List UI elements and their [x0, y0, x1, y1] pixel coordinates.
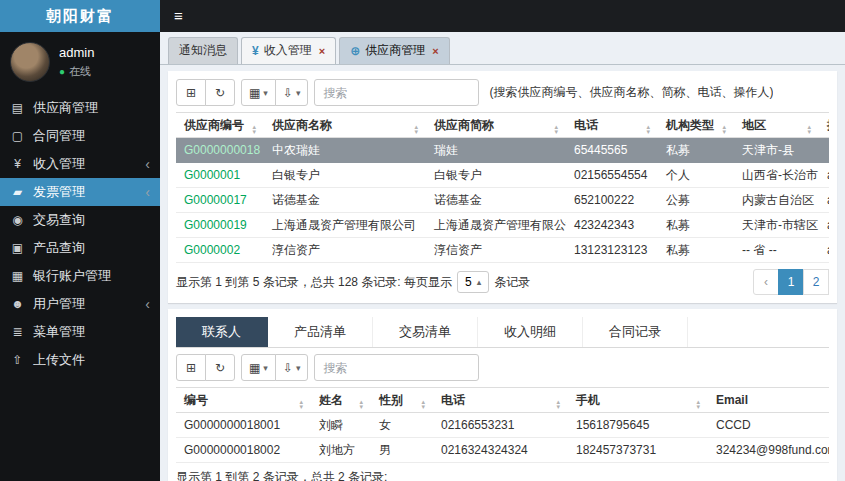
page-size-select[interactable]: 5 ▴ — [457, 271, 489, 293]
close-tab-icon[interactable]: × — [432, 45, 438, 57]
tab-income-management[interactable]: ¥收入管理× — [241, 37, 336, 64]
pagination-info: 显示第 1 到第 5 条记录，总共 128 条记录: 每页显示 5 ▴ 条记录 — [176, 271, 530, 293]
sidebar-item-upload-file[interactable]: ⇧上传文件 — [0, 346, 160, 374]
column-header[interactable]: 机构类型▴▾ — [658, 113, 734, 138]
column-header[interactable]: 编号▴▾ — [176, 388, 311, 413]
table-cell: CCCD — [708, 413, 829, 438]
supplier-search-input[interactable] — [314, 79, 479, 106]
column-header[interactable]: 姓名▴▾ — [311, 388, 371, 413]
columns-button[interactable]: ▦▾ — [241, 79, 276, 106]
sidebar-item-label: 供应商管理 — [33, 99, 98, 117]
table-cell: 324234@998fund.com — [708, 438, 829, 463]
sidebar-item-label: 合同管理 — [33, 127, 85, 145]
column-header[interactable]: 手机▴▾ — [568, 388, 708, 413]
user-icon: ☻ — [10, 297, 25, 311]
tab-notifications[interactable]: 通知消息 — [168, 37, 238, 64]
sidebar-item-user-management[interactable]: ☻用户管理‹ — [0, 290, 160, 318]
sort-icon: ▴▾ — [359, 399, 363, 409]
hamburger-icon[interactable]: ≡ — [160, 0, 197, 32]
bank-icon: ▦ — [10, 269, 25, 283]
supplier-code-link[interactable]: G0000001 — [176, 163, 264, 188]
column-header[interactable]: 供应商简称▴▾ — [426, 113, 566, 138]
sidebar-item-label: 发票管理 — [33, 183, 85, 201]
supplier-code-link[interactable]: G0000000018 — [176, 138, 264, 163]
contact-table: 编号▴▾姓名▴▾性别▴▾电话▴▾手机▴▾EmailG0000000018001刘… — [176, 387, 829, 463]
contact-search-input[interactable] — [314, 354, 479, 381]
table-cell: 山西省-长治市 — [734, 163, 819, 188]
sidebar-item-supplier-management[interactable]: ▤供应商管理 — [0, 94, 160, 122]
sidebar-item-income-management[interactable]: ¥收入管理‹ — [0, 150, 160, 178]
table-cell: 上海通晟资产管理有限公司 — [264, 213, 426, 238]
avatar[interactable] — [10, 42, 50, 82]
supplier-pagination: 显示第 1 到第 5 条记录，总共 128 条记录: 每页显示 5 ▴ 条记录 … — [176, 269, 829, 295]
sort-icon: ▴▾ — [414, 124, 418, 134]
sidebar-item-menu-management[interactable]: ≣菜单管理 — [0, 318, 160, 346]
table-row[interactable]: G0000001白银专户白银专户02156554554个人山西省-长治市admi… — [176, 163, 829, 188]
sidebar-item-product-query[interactable]: ▣产品查询 — [0, 234, 160, 262]
detail-tab-product-list[interactable]: 产品清单 — [268, 317, 373, 347]
sidebar-item-invoice-management[interactable]: ▰发票管理‹ — [0, 178, 160, 206]
yen-icon: ¥ — [252, 44, 259, 58]
prev-page-button[interactable]: ‹ — [753, 269, 779, 295]
table-row[interactable]: G00000019上海通晟资产管理有限公司上海通晟资产管理有限公司4232423… — [176, 213, 829, 238]
page-button-2[interactable]: 2 — [803, 269, 829, 295]
sidebar-menu: ▤供应商管理▢合同管理¥收入管理‹▰发票管理‹◉交易查询▣产品查询▦银行账户管理… — [0, 94, 160, 374]
online-dot-icon: ● — [59, 66, 65, 77]
table-cell: 652100222 — [566, 188, 658, 213]
table-cell: 65445565 — [566, 138, 658, 163]
detail-tab-contacts[interactable]: 联系人 — [176, 317, 268, 347]
table-row[interactable]: G0000000018002刘地方男0216324324324182457373… — [176, 438, 829, 463]
columns-button[interactable]: ▦▾ — [241, 354, 276, 381]
table-cell: 私募 — [658, 238, 734, 263]
sidebar-item-bank-account-management[interactable]: ▦银行账户管理 — [0, 262, 160, 290]
toggle-view-button[interactable]: ⊞ — [176, 79, 206, 106]
column-header[interactable]: Email — [708, 388, 829, 413]
export-button[interactable]: ⇩▾ — [275, 79, 309, 106]
detail-tab-contract-records[interactable]: 合同记录 — [583, 317, 688, 347]
column-header[interactable]: 电话▴▾ — [433, 388, 568, 413]
column-header[interactable]: 供应商编号▴▾ — [176, 113, 264, 138]
column-header[interactable]: 操作人▴▾ — [819, 113, 829, 138]
caret-down-icon: ▾ — [263, 363, 268, 373]
sort-icon: ▴▾ — [807, 124, 811, 134]
supplier-code-link[interactable]: G00000019 — [176, 213, 264, 238]
detail-tabs: 联系人产品清单交易清单收入明细合同记录 — [176, 317, 829, 348]
detail-tab-transaction-list[interactable]: 交易清单 — [373, 317, 478, 347]
sort-icon: ▴▾ — [554, 124, 558, 134]
close-tab-icon[interactable]: × — [319, 45, 325, 57]
table-cell: 02166553231 — [433, 413, 568, 438]
column-header-label: 供应商名称 — [272, 118, 332, 132]
table-cell: 中农瑞娃 — [264, 138, 426, 163]
table-row[interactable]: G0000000018001刘瞬女0216655323115618795645C… — [176, 413, 829, 438]
refresh-button[interactable]: ↻ — [205, 79, 235, 106]
column-header[interactable]: 地区▴▾ — [734, 113, 819, 138]
detail-tab-income-detail[interactable]: 收入明细 — [478, 317, 583, 347]
sidebar-item-contract-management[interactable]: ▢合同管理 — [0, 122, 160, 150]
supplier-table: 供应商编号▴▾供应商名称▴▾供应商简称▴▾电话▴▾机构类型▴▾地区▴▾操作人▴▾… — [176, 112, 829, 263]
table-row[interactable]: G0000002淳信资产淳信资产13123123123私募-- 省 --admi… — [176, 238, 829, 263]
export-button[interactable]: ⇩▾ — [275, 354, 309, 381]
sidebar-item-label: 交易查询 — [33, 211, 85, 229]
column-header[interactable]: 性别▴▾ — [371, 388, 433, 413]
table-cell: 刘瞬 — [311, 413, 371, 438]
table-cell: 女 — [371, 413, 433, 438]
sidebar-item-transaction-query[interactable]: ◉交易查询 — [0, 206, 160, 234]
table-row[interactable]: G00000017诺德基金诺德基金652100222公募内蒙古自治区admin — [176, 188, 829, 213]
supplier-code-link[interactable]: G00000017 — [176, 188, 264, 213]
table-row[interactable]: G0000000018中农瑞娃瑞娃65445565私募天津市-县 — [176, 138, 829, 163]
table-cell: 刘地方 — [311, 438, 371, 463]
toggle-view-button[interactable]: ⊞ — [176, 354, 206, 381]
tab-supplier-management[interactable]: ⊕供应商管理× — [339, 37, 450, 64]
sidebar-item-label: 产品查询 — [33, 239, 85, 257]
supplier-code-link[interactable]: G0000002 — [176, 238, 264, 263]
sort-icon: ▴▾ — [556, 399, 560, 409]
column-header[interactable]: 电话▴▾ — [566, 113, 658, 138]
refresh-button[interactable]: ↻ — [205, 354, 235, 381]
page-button-1[interactable]: 1 — [778, 269, 804, 295]
table-cell: 182457373731 — [568, 438, 708, 463]
chevron-left-icon: ‹ — [145, 184, 150, 200]
column-header[interactable]: 供应商名称▴▾ — [264, 113, 426, 138]
sort-icon: ▴▾ — [696, 399, 700, 409]
table-cell: 上海通晟资产管理有限公司 — [426, 213, 566, 238]
refresh-icon: ↻ — [215, 361, 225, 375]
